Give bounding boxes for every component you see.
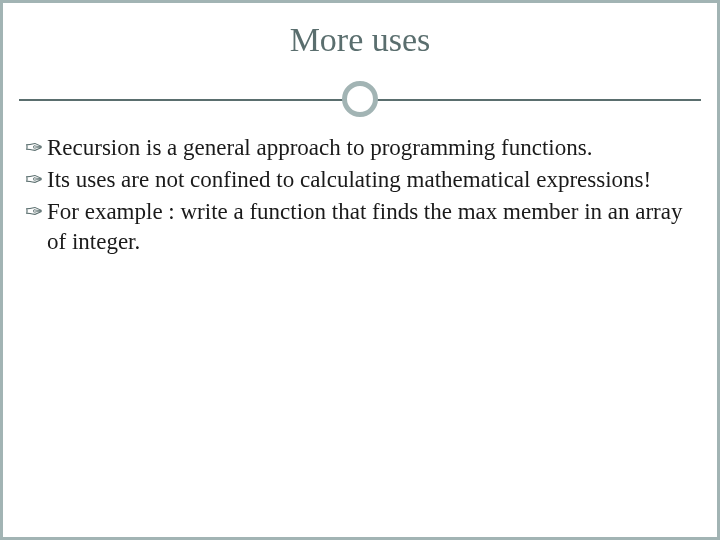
list-item: ✑ Its uses are not confined to calculati… (25, 165, 695, 195)
bullet-text: Recursion is a general approach to progr… (47, 133, 695, 163)
bullet-icon: ✑ (25, 197, 47, 227)
divider-circle-icon (342, 81, 378, 117)
slide: More uses ✑ Recursion is a general appro… (0, 0, 720, 540)
title-divider (19, 81, 701, 121)
list-item: ✑ For example : write a function that fi… (25, 197, 695, 257)
bullet-text: For example : write a function that find… (47, 197, 695, 257)
list-item: ✑ Recursion is a general approach to pro… (25, 133, 695, 163)
bullet-text: Its uses are not confined to calculating… (47, 165, 695, 195)
content-area: ✑ Recursion is a general approach to pro… (25, 133, 695, 259)
slide-title: More uses (3, 21, 717, 59)
bullet-icon: ✑ (25, 165, 47, 195)
bullet-icon: ✑ (25, 133, 47, 163)
